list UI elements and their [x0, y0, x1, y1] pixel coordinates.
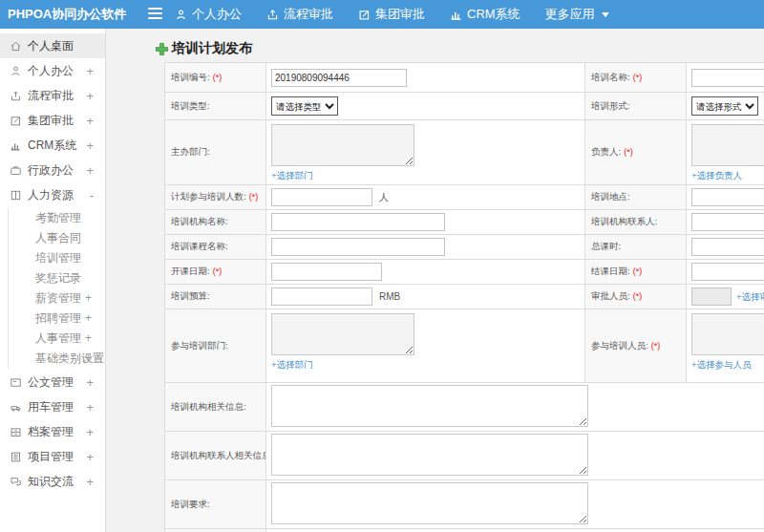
- app-logo: PHPOA协同办公软件: [8, 0, 126, 29]
- requirement-label: 培训要求:: [165, 480, 266, 529]
- sidebar-item-personal-office[interactable]: 个人办公+: [0, 58, 105, 83]
- upload-icon: [10, 90, 22, 102]
- org-contact-info-label: 培训机构联系人相关信息:: [165, 432, 266, 480]
- org-contact-info-textarea[interactable]: [271, 434, 588, 476]
- person-icon: [175, 9, 187, 21]
- org-name-label: 培训机构名称:: [165, 210, 266, 235]
- attachment-label: 附件文档:: [165, 529, 266, 532]
- bar-chart-icon: [10, 139, 22, 152]
- sidebar-item-knowledge-exchange[interactable]: 知识交流+: [0, 469, 105, 494]
- org-info-label: 培训机构相关信息:: [165, 383, 266, 432]
- bar-chart-icon: [450, 9, 462, 21]
- training-mode-label: 培训形式:: [585, 93, 687, 120]
- sidebar-subitem-personnel[interactable]: 人事管理+: [9, 329, 105, 349]
- sidebar-item-project-mgmt[interactable]: 项目管理+: [0, 444, 105, 469]
- training-type-label: 培训类型:: [165, 93, 266, 120]
- home-icon: [10, 40, 22, 53]
- join-people-textarea[interactable]: [691, 313, 764, 355]
- upload-icon: [266, 9, 279, 21]
- sidebar-item-group-approval[interactable]: 集团审批+: [0, 108, 105, 133]
- sidebar-subitem-training[interactable]: 培训管理: [9, 248, 105, 268]
- sidebar-subitem-hr-contract[interactable]: 人事合同: [9, 228, 105, 248]
- sidebar-item-admin-office[interactable]: 行政办公+: [0, 158, 105, 182]
- sidebar-subitem-base-category[interactable]: 基础类别设置+: [9, 349, 105, 369]
- org-contact-input[interactable]: [691, 213, 764, 231]
- car-icon: [10, 401, 22, 414]
- sidebar-item-crm[interactable]: CRM系统+: [0, 133, 105, 158]
- training-plan-form: 培训编号:(*) 培训名称:(*) 培训类型: 请选择类型 培训形式: 请选择形…: [164, 62, 764, 532]
- top-nav: 个人办公 流程审批 集团审批 CRM系统 更多应用: [175, 0, 609, 29]
- end-date-label: 结课日期:(*): [585, 260, 687, 285]
- select-approver-link[interactable]: +选择审批人员: [736, 291, 764, 302]
- join-dept-label: 参与培训部门:: [165, 309, 266, 383]
- start-date-input[interactable]: [271, 263, 382, 281]
- leader-textarea[interactable]: [691, 124, 764, 166]
- location-input[interactable]: [691, 188, 764, 206]
- main-content: 培训计划发布 培训编号:(*) 培训名称:(*) 培训类型: 请选择: [106, 29, 764, 532]
- join-people-label: 参与培训人员:(*): [585, 309, 687, 383]
- course-name-input[interactable]: [271, 238, 445, 256]
- plus-icon: [155, 42, 169, 56]
- caret-down-icon: [602, 12, 609, 17]
- book-icon: [10, 189, 22, 202]
- sidebar-item-hr[interactable]: 人力资源-: [0, 182, 105, 207]
- planned-count-label: 计划参与培训人数:(*): [165, 185, 266, 210]
- host-dept-label: 主办部门:: [165, 120, 266, 185]
- training-type-select[interactable]: 请选择类型: [271, 96, 338, 116]
- end-date-input[interactable]: [691, 263, 764, 281]
- sidebar-item-document-mgmt[interactable]: 公文管理+: [0, 370, 105, 394]
- total-hours-input[interactable]: [691, 238, 764, 256]
- nav-personal-office[interactable]: 个人办公: [175, 6, 242, 23]
- join-dept-textarea[interactable]: [271, 313, 414, 355]
- planned-count-input[interactable]: [271, 188, 372, 206]
- menu-toggle-icon[interactable]: [148, 8, 162, 21]
- archive-icon: [10, 426, 22, 438]
- sidebar-subitem-salary[interactable]: 薪资管理+: [9, 288, 105, 309]
- sidebar-item-archive-mgmt[interactable]: 档案管理+: [0, 419, 105, 444]
- document-icon: [10, 376, 22, 389]
- select-leader-link[interactable]: +选择负责人: [691, 170, 764, 182]
- requirement-textarea[interactable]: [271, 482, 588, 524]
- page-title: 培训计划发布: [155, 40, 764, 57]
- training-name-label: 培训名称:(*): [585, 63, 687, 93]
- sidebar-item-vehicle-mgmt[interactable]: 用车管理+: [0, 394, 105, 419]
- training-number-input[interactable]: [271, 69, 407, 87]
- org-name-input[interactable]: [271, 213, 445, 231]
- select-join-dept-link[interactable]: +选择部门: [271, 359, 584, 372]
- host-dept-textarea[interactable]: [271, 124, 414, 166]
- sidebar-subitem-reward-record[interactable]: 奖惩记录: [9, 268, 105, 288]
- edit-square-icon: [358, 9, 371, 21]
- approver-label: 审批人员:(*): [585, 285, 687, 309]
- training-number-label: 培训编号:(*): [165, 63, 266, 93]
- sidebar: 个人桌面 个人办公+ 流程审批+ 集团审批+ CRM系统+ 行政办公+ 人力资源…: [0, 29, 106, 532]
- sidebar-subitem-recruit[interactable]: 招聘管理+: [9, 309, 105, 329]
- training-mode-select[interactable]: 请选择形式: [691, 96, 758, 116]
- budget-label: 培训预算:: [165, 285, 266, 309]
- person-icon: [10, 65, 22, 77]
- select-dept-link[interactable]: +选择部门: [271, 170, 584, 182]
- course-name-label: 培训课程名称:: [165, 235, 266, 260]
- nav-more-apps[interactable]: 更多应用: [545, 6, 609, 23]
- sidebar-subitem-attendance[interactable]: 考勤管理: [9, 208, 105, 228]
- top-header: PHPOA协同办公软件 个人办公 流程审批 集团审批 CRM系统 更多应用: [0, 0, 764, 29]
- nav-group-approval[interactable]: 集团审批: [358, 6, 425, 23]
- leader-label: 负责人:(*): [585, 120, 687, 185]
- org-info-textarea[interactable]: [271, 385, 588, 427]
- start-date-label: 开课日期:(*): [165, 260, 266, 285]
- select-join-people-link[interactable]: +选择参与人员: [691, 359, 764, 372]
- briefcase-icon: [10, 164, 22, 177]
- nav-crm-system[interactable]: CRM系统: [450, 6, 520, 23]
- training-name-input[interactable]: [691, 69, 764, 87]
- approver-input[interactable]: [691, 287, 732, 306]
- chat-icon: [10, 476, 22, 488]
- budget-input[interactable]: [271, 287, 372, 306]
- location-label: 培训地点:: [585, 185, 687, 210]
- sidebar-item-process-approval[interactable]: 流程审批+: [0, 83, 105, 108]
- clipboard-icon: [10, 451, 22, 463]
- nav-process-approval[interactable]: 流程审批: [266, 6, 333, 23]
- org-contact-label: 培训机构联系人:: [585, 210, 687, 235]
- total-hours-label: 总课时:: [585, 235, 687, 260]
- app-window: PHPOA协同办公软件 个人办公 流程审批 集团审批 CRM系统 更多应用: [0, 0, 764, 532]
- edit-square-icon: [10, 115, 22, 127]
- sidebar-item-personal-desktop[interactable]: 个人桌面: [0, 33, 105, 58]
